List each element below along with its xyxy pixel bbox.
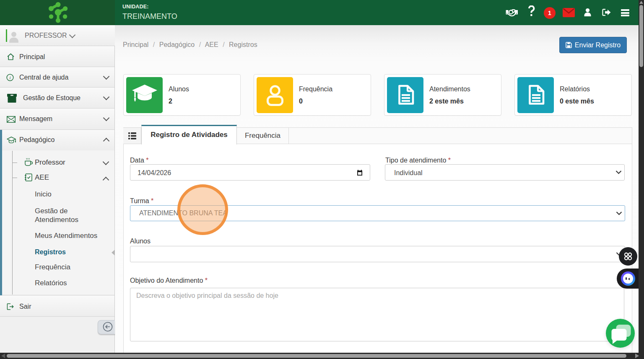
svg-text:i: i [9,75,10,80]
